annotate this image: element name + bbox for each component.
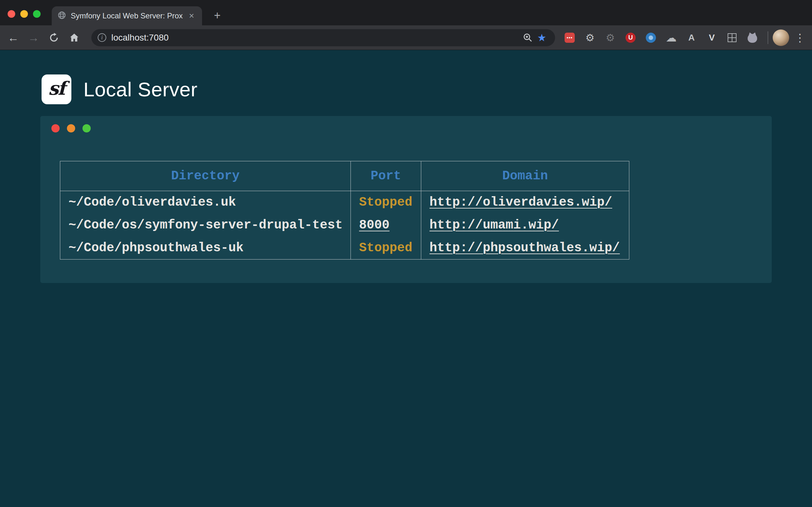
domain-cell: http://umami.wip/ <box>421 214 629 237</box>
window-close-button[interactable] <box>8 10 15 18</box>
u-badge-extension-icon[interactable]: U <box>623 30 638 45</box>
port-status: Stopped <box>359 195 412 210</box>
directory-cell: ~/Code/oliverdavies.uk <box>60 191 351 214</box>
home-button[interactable] <box>65 29 83 47</box>
table-header-row: Directory Port Domain <box>60 161 629 191</box>
window-zoom-button[interactable] <box>33 10 41 18</box>
tab-favicon-globe-icon <box>57 11 66 21</box>
domain-cell: http://oliverdavies.wip/ <box>421 191 629 214</box>
tab-close-icon[interactable]: × <box>187 11 196 20</box>
table-row: ~/Code/oliverdavies.uk Stopped http://ol… <box>60 191 629 214</box>
red-dots-extension-icon[interactable]: ••• <box>562 30 577 45</box>
table-row: ~/Code/phpsouthwales-uk Stopped http://p… <box>60 237 629 260</box>
url-text: localhost:7080 <box>111 33 169 43</box>
cloud-extension-icon[interactable]: ☁ <box>664 30 679 45</box>
site-header: sf Local Server <box>0 50 812 104</box>
profile-avatar[interactable] <box>773 30 789 46</box>
browser-tab[interactable]: Symfony Local Web Server: Prox × <box>52 6 202 25</box>
panel-window-dots <box>40 116 772 132</box>
forward-button[interactable]: → <box>25 29 43 47</box>
zoom-magnifier-icon[interactable] <box>521 31 535 45</box>
directory-cell: ~/Code/os/symfony-server-drupal-test <box>60 214 351 237</box>
panel-orange-dot-icon <box>67 124 75 132</box>
tab-title: Symfony Local Web Server: Prox <box>71 11 187 20</box>
column-header-directory: Directory <box>60 161 351 191</box>
port-cell: Stopped <box>351 237 421 260</box>
column-header-port: Port <box>351 161 421 191</box>
domain-link[interactable]: http://oliverdavies.wip/ <box>429 195 612 210</box>
page-content: sf Local Server Directory Port Domain ~/… <box>0 50 812 507</box>
table-row: ~/Code/os/symfony-server-drupal-test 800… <box>60 214 629 237</box>
toolbar-separator <box>768 32 768 44</box>
url-port: :7080 <box>147 33 169 43</box>
port-status: Stopped <box>359 241 412 255</box>
panel-red-dot-icon <box>51 124 60 132</box>
page-title: Local Server <box>84 78 198 101</box>
port-cell: Stopped <box>351 191 421 214</box>
window-controls <box>8 10 41 18</box>
extensions-area: ••• ⚙ ⚙ U ☁ A V <box>562 30 760 45</box>
blue-circle-extension-icon[interactable] <box>643 30 658 45</box>
dark-gear-extension-icon[interactable]: ⚙ <box>603 30 618 45</box>
symfony-logo: sf <box>42 74 71 104</box>
panel-green-dot-icon <box>83 124 91 132</box>
server-panel: Directory Port Domain ~/Code/oliverdavie… <box>40 116 772 283</box>
octocat-extension-icon[interactable] <box>745 30 760 45</box>
reload-button[interactable] <box>45 29 63 47</box>
grid-extension-icon[interactable] <box>724 30 740 45</box>
window-minimize-button[interactable] <box>20 10 28 18</box>
address-bar[interactable]: i localhost:7080 ★ <box>91 29 555 46</box>
browser-toolbar: ← → i localhost:7080 <box>0 25 812 50</box>
browser-chrome: Symfony Local Web Server: Prox × + ← → i… <box>0 0 812 50</box>
letter-v-extension-icon[interactable]: V <box>704 30 719 45</box>
domain-link[interactable]: http://umami.wip/ <box>429 218 559 232</box>
symfony-logo-text: sf <box>48 78 65 101</box>
site-info-icon[interactable]: i <box>98 33 106 42</box>
url-host: localhost <box>111 33 147 43</box>
back-button[interactable]: ← <box>4 29 22 47</box>
servers-table: Directory Port Domain ~/Code/oliverdavie… <box>60 161 629 260</box>
letter-a-extension-icon[interactable]: A <box>684 30 699 45</box>
domain-link[interactable]: http://phpsouthwales.wip/ <box>429 241 620 255</box>
column-header-domain: Domain <box>421 161 629 191</box>
tab-strip: Symfony Local Web Server: Prox × + <box>0 0 812 25</box>
new-tab-button[interactable]: + <box>210 8 224 23</box>
port-link[interactable]: 8000 <box>359 218 390 232</box>
domain-cell: http://phpsouthwales.wip/ <box>421 237 629 260</box>
bookmark-star-icon[interactable]: ★ <box>535 31 549 45</box>
directory-cell: ~/Code/phpsouthwales-uk <box>60 237 351 260</box>
gear-extension-icon[interactable]: ⚙ <box>582 30 598 45</box>
browser-menu-icon[interactable]: ⋮ <box>792 30 808 45</box>
port-cell: 8000 <box>351 214 421 237</box>
